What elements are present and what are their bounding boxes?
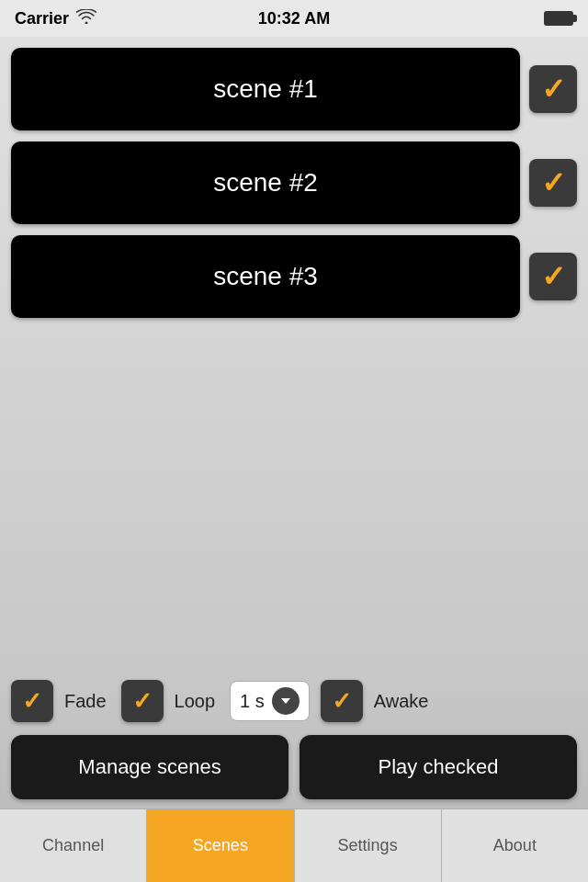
- scene-row-1: scene #1✓: [11, 48, 577, 130]
- scene-checkmark-2: ✓: [541, 168, 566, 198]
- battery-icon: [544, 11, 573, 26]
- tab-bar: ChannelScenesSettingsAbout: [0, 808, 588, 882]
- awake-label: Awake: [374, 691, 429, 712]
- awake-checkbox[interactable]: ✓: [321, 680, 363, 722]
- loop-checkmark: ✓: [132, 689, 153, 713]
- scene-checkbox-1[interactable]: ✓: [529, 65, 577, 113]
- tab-channel[interactable]: Channel: [0, 809, 147, 882]
- wifi-icon: [76, 9, 96, 28]
- scene-row-3: scene #3✓: [11, 235, 577, 318]
- main-content: scene #1✓scene #2✓scene #3✓: [0, 37, 588, 671]
- tab-about[interactable]: About: [442, 809, 588, 882]
- loop-checkbox[interactable]: ✓: [121, 680, 164, 722]
- action-buttons-row: Manage scenes Play checked: [11, 735, 577, 799]
- fade-checkbox[interactable]: ✓: [11, 680, 53, 722]
- scene-button-2[interactable]: scene #2: [11, 141, 520, 224]
- manage-scenes-button[interactable]: Manage scenes: [11, 735, 288, 799]
- scene-button-3[interactable]: scene #3: [11, 235, 520, 318]
- scene-checkmark-3: ✓: [541, 262, 566, 291]
- duration-picker[interactable]: 1 s: [230, 681, 310, 721]
- scene-checkbox-2[interactable]: ✓: [529, 159, 577, 207]
- fade-checkmark: ✓: [22, 689, 42, 713]
- duration-value: 1 s: [240, 691, 265, 712]
- scene-button-1[interactable]: scene #1: [11, 48, 520, 130]
- options-row: ✓ Fade ✓ Loop 1 s ✓ Awake: [11, 680, 577, 722]
- bottom-controls: ✓ Fade ✓ Loop 1 s ✓ Awake Manage scenes …: [0, 671, 588, 808]
- awake-checkmark: ✓: [332, 689, 352, 713]
- carrier-info: Carrier: [15, 9, 96, 28]
- scene-row-2: scene #2✓: [11, 141, 577, 224]
- status-bar: Carrier 10:32 AM: [0, 0, 588, 37]
- dropdown-arrow[interactable]: [272, 687, 300, 715]
- status-time: 10:32 AM: [258, 9, 330, 28]
- fade-label: Fade: [64, 691, 107, 712]
- loop-label: Loop: [175, 691, 216, 712]
- tab-scenes[interactable]: Scenes: [147, 809, 294, 882]
- scene-checkbox-3[interactable]: ✓: [529, 253, 577, 300]
- play-checked-button[interactable]: Play checked: [300, 735, 577, 799]
- scene-checkmark-1: ✓: [541, 74, 566, 104]
- carrier-label: Carrier: [15, 9, 69, 28]
- scenes-list: scene #1✓scene #2✓scene #3✓: [11, 48, 577, 318]
- battery-status: [544, 11, 573, 26]
- tab-settings[interactable]: Settings: [295, 809, 442, 882]
